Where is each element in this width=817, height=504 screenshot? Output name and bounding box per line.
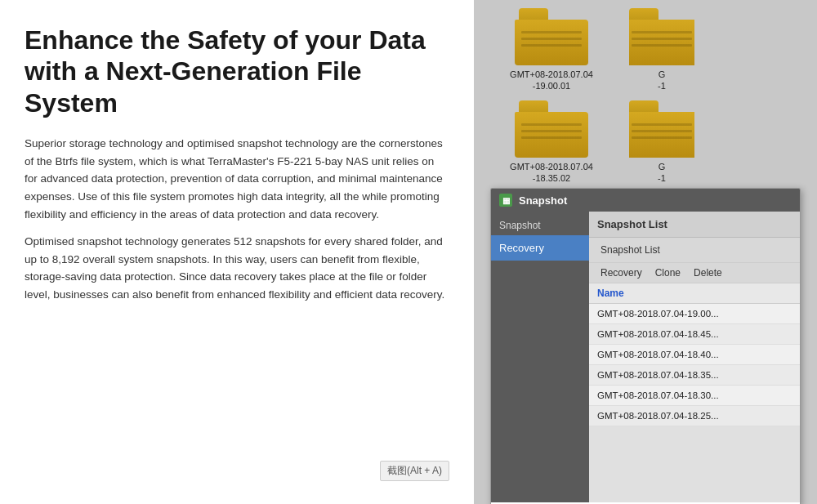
folder-item-2[interactable]: G-1	[629, 8, 694, 92]
snapshot-rows: GMT+08-2018.07.04-19.00... GMT+08-2018.0…	[589, 304, 800, 426]
snapshot-content-header: Snapshot List	[589, 212, 800, 238]
folder-label-1: GMT+08-2018.07.04-19.00.01	[510, 69, 593, 92]
body-text-1: Superior storage technology and optimise…	[25, 135, 449, 223]
body-text-2: Optimised snapshot technology generates …	[25, 233, 449, 303]
folder-icon-2	[629, 8, 694, 65]
snapshot-window: ▦ Snapshot Snapshot Recovery Snapshot Li…	[490, 188, 801, 504]
submenu-snapshot-list[interactable]: Snapshot List	[596, 243, 665, 257]
table-header-name: Name	[589, 283, 800, 304]
snapshot-titlebar: ▦ Snapshot	[491, 189, 800, 212]
snapshot-sidebar-recovery[interactable]: Recovery	[491, 235, 589, 261]
folder-icon-1	[515, 8, 588, 65]
left-panel: Enhance the Safety of your Data with a N…	[0, 0, 474, 504]
folder-icon-4	[629, 100, 694, 158]
folder-label-2: G-1	[658, 69, 666, 92]
folder-label-3: GMT+08-2018.07.04-18.35.02	[510, 161, 593, 185]
right-panel: GMT+08-2018.07.04-19.00.01 G-1	[474, 0, 817, 504]
snapshot-action-menu: Recovery Clone Delete	[589, 263, 800, 283]
snapshot-title: Snapshot	[519, 194, 567, 207]
folder-label-4: G-1	[658, 161, 666, 185]
folder-item-4[interactable]: G-1	[629, 100, 694, 185]
snapshot-app-icon: ▦	[499, 194, 512, 207]
folder-item-3[interactable]: GMT+08-2018.07.04-18.35.02	[482, 100, 621, 185]
table-row[interactable]: GMT+08-2018.07.04-18.45...	[589, 324, 800, 345]
table-row[interactable]: GMT+08-2018.07.04-19.00...	[589, 304, 800, 324]
folder-item-1[interactable]: GMT+08-2018.07.04-19.00.01	[482, 8, 621, 92]
table-row[interactable]: GMT+08-2018.07.04-18.25...	[589, 406, 800, 426]
snapshot-sidebar: Snapshot Recovery	[491, 212, 589, 502]
snapshot-submenu: Snapshot List	[589, 238, 800, 263]
table-row[interactable]: GMT+08-2018.07.04-18.30...	[589, 386, 800, 406]
snapshot-body: Snapshot Recovery Snapshot List Snapshot…	[491, 212, 800, 502]
folder-area: GMT+08-2018.07.04-19.00.01 G-1	[474, 0, 817, 172]
action-clone[interactable]: Clone	[650, 265, 685, 280]
snapshot-content: Snapshot List Snapshot List Recovery Clo…	[589, 212, 800, 502]
snapshot-sidebar-label: Snapshot	[491, 212, 589, 235]
action-recovery[interactable]: Recovery	[596, 265, 647, 280]
table-row[interactable]: GMT+08-2018.07.04-18.40...	[589, 345, 800, 365]
screenshot-hint: 截图(Alt + A)	[380, 461, 449, 481]
action-delete[interactable]: Delete	[689, 265, 727, 280]
table-row[interactable]: GMT+08-2018.07.04-18.35...	[589, 365, 800, 386]
main-heading: Enhance the Safety of your Data with a N…	[25, 25, 449, 118]
folder-icon-3	[515, 100, 588, 158]
